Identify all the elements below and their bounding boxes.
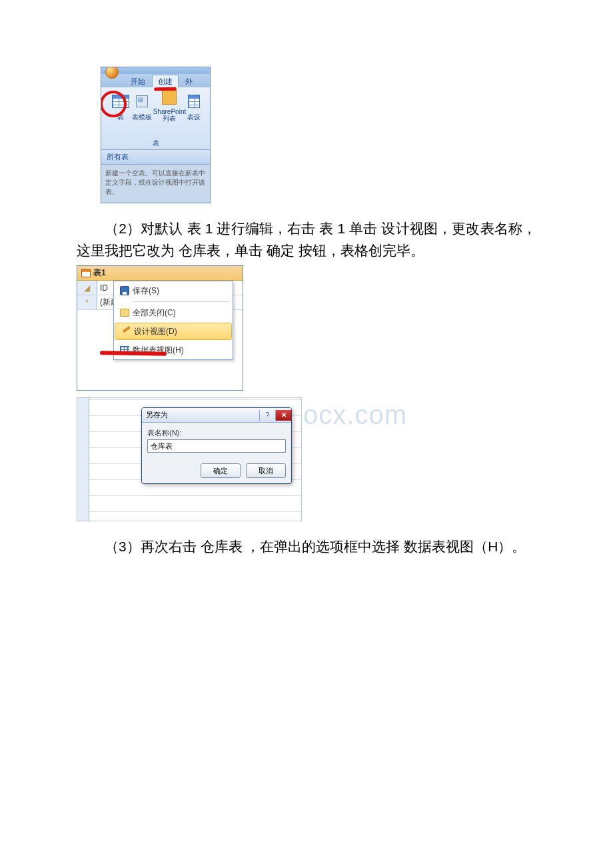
ribbon-btn-sharepoint-label: SharePoint 列表	[153, 109, 186, 122]
menu-save-label: 保存(S)	[133, 285, 159, 297]
datasheet-gutter	[77, 398, 89, 521]
menu-design-view[interactable]: 设计视图(D)	[115, 323, 232, 340]
menu-design-view-label: 设计视图(D)	[134, 326, 177, 337]
col-id-label: ID	[100, 283, 108, 293]
tooltip-text: 新建一个空表。可以直接在新表中定义字段，或在设计视图中打开该表。	[101, 165, 210, 201]
red-underline-annotation-icon	[154, 87, 177, 91]
save-icon	[120, 286, 129, 295]
paragraph-step-3: （3）再次右击 仓库表 ，在弹出的选项框中选择 数据表视图（H）。	[77, 536, 536, 558]
save-as-dialog-screenshot: 另存为 ? ✕ 表名称(N): 确定 取消	[77, 397, 302, 521]
tab-start[interactable]: 开始	[125, 75, 151, 87]
table-tab-icon	[81, 269, 91, 277]
red-circle-annotation-icon	[101, 91, 127, 117]
table-name-label: 表名称(N):	[147, 428, 286, 438]
cancel-button[interactable]: 取消	[246, 463, 286, 478]
ribbon-group-label: 表	[153, 137, 159, 149]
new-record-indicator-icon: *	[77, 295, 97, 309]
ribbon-btn-sharepoint[interactable]: SharePoint 列表	[153, 87, 186, 122]
menu-close-all[interactable]: 全部关闭(C)	[114, 303, 233, 322]
row-selector[interactable]: ◢	[77, 281, 97, 295]
save-as-dialog: 另存为 ? ✕ 表名称(N): 确定 取消	[141, 407, 292, 484]
design-view-icon	[121, 327, 131, 336]
dialog-help-button[interactable]: ?	[259, 410, 275, 421]
dialog-close-button[interactable]: ✕	[275, 410, 291, 421]
dialog-button-row: 确定 取消	[142, 458, 291, 483]
dialog-body: 表名称(N):	[142, 423, 291, 458]
ribbon-btn-table-design[interactable]: 表设	[187, 91, 201, 122]
ribbon-btn-table-template[interactable]: ▤ 表模板	[132, 91, 152, 122]
table-name-input[interactable]	[147, 439, 286, 453]
ribbon-screenshot: 开始 创建 外 表 ▤ 表模板	[101, 67, 211, 203]
menu-datasheet-view[interactable]: 数据表视图(H)	[114, 341, 233, 359]
dialog-titlebar: 另存为 ? ✕	[142, 408, 291, 423]
context-menu: 保存(S) 全部关闭(C) 设计视图(D) 数据表视图(H)	[113, 281, 233, 360]
close-icon	[120, 309, 129, 317]
ok-button[interactable]: 确定	[201, 463, 241, 478]
tab-create[interactable]: 创建	[152, 75, 179, 87]
dialog-title-text: 另存为	[146, 410, 168, 420]
window-titlebar	[101, 67, 210, 74]
nav-pane-title: 所有表	[107, 152, 129, 162]
menu-close-all-label: 全部关闭(C)	[133, 307, 176, 319]
table-tab-header[interactable]: 表1	[77, 266, 243, 281]
nav-pane-header[interactable]: 所有表	[101, 150, 210, 165]
datasheet-left-gutter	[77, 266, 77, 390]
tab-create-label: 创建	[158, 77, 173, 85]
ribbon-tabs: 开始 创建 外	[101, 74, 210, 87]
menu-separator	[133, 301, 230, 302]
table-design-icon	[188, 95, 200, 108]
context-menu-screenshot: 表1 ◢ ID 添加新字段 * (新建) 保存(S) 全部关闭(C) 设计视图(…	[77, 265, 243, 391]
paragraph-step-2: （2）对默认 表 1 进行编辑，右击 表 1 单击 设计视图，更改表名称，这里我…	[77, 218, 536, 261]
ribbon-btn-design-label: 表设	[187, 113, 201, 122]
table-tab-label: 表1	[93, 267, 106, 279]
tab-external[interactable]: 外	[180, 75, 198, 87]
menu-save[interactable]: 保存(S)	[114, 281, 233, 300]
ribbon-btn-template-label: 表模板	[132, 113, 152, 122]
